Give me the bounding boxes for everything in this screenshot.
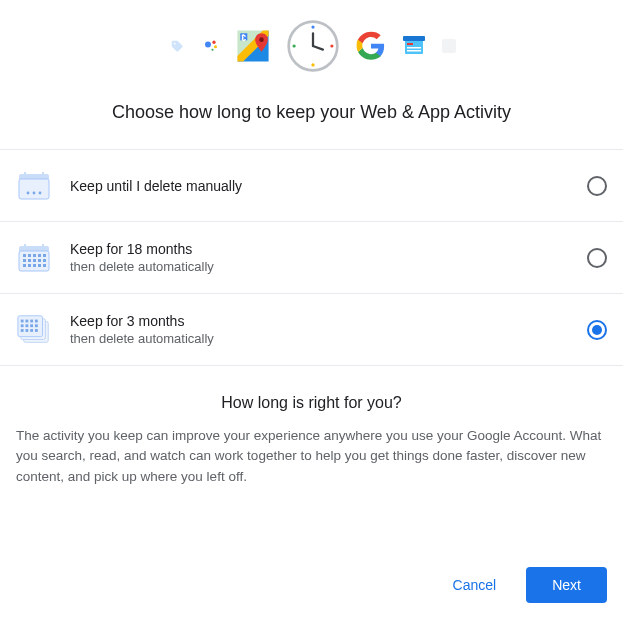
- assistant-icon: [202, 37, 220, 55]
- svg-point-24: [27, 191, 30, 194]
- svg-point-2: [212, 41, 215, 44]
- svg-rect-35: [33, 259, 36, 262]
- svg-rect-39: [28, 264, 31, 267]
- svg-rect-32: [43, 254, 46, 257]
- svg-rect-55: [25, 329, 28, 332]
- options-list: Keep until I delete manually Keep for 18…: [0, 149, 623, 366]
- news-icon: [402, 35, 426, 57]
- maps-icon: [236, 29, 270, 63]
- svg-point-14: [311, 63, 314, 66]
- option-keep-3-months[interactable]: Keep for 3 months then delete automatica…: [0, 294, 623, 366]
- svg-point-25: [33, 191, 36, 194]
- svg-rect-49: [35, 319, 38, 322]
- svg-rect-20: [407, 43, 413, 45]
- option-label: Keep until I delete manually: [70, 178, 587, 194]
- radio-unselected-icon[interactable]: [587, 176, 607, 196]
- svg-point-12: [311, 25, 314, 28]
- svg-rect-21: [407, 47, 421, 49]
- cancel-button[interactable]: Cancel: [441, 567, 509, 603]
- svg-point-26: [39, 191, 42, 194]
- svg-point-4: [211, 49, 213, 51]
- svg-point-0: [173, 43, 175, 45]
- svg-rect-34: [28, 259, 31, 262]
- svg-rect-51: [25, 324, 28, 327]
- svg-rect-22: [407, 50, 421, 52]
- svg-rect-18: [405, 39, 423, 54]
- option-keep-18-months[interactable]: Keep for 18 months then delete automatic…: [0, 222, 623, 294]
- svg-rect-29: [28, 254, 31, 257]
- svg-rect-52: [30, 324, 33, 327]
- calendar-stack-icon: [16, 314, 52, 346]
- google-g-icon: [356, 31, 386, 61]
- svg-rect-53: [35, 324, 38, 327]
- svg-rect-40: [33, 264, 36, 267]
- svg-rect-30: [33, 254, 36, 257]
- header-icon-row: [0, 0, 623, 80]
- svg-rect-50: [21, 324, 24, 327]
- option-sub: then delete automatically: [70, 331, 587, 346]
- svg-rect-37: [43, 259, 46, 262]
- svg-point-15: [292, 44, 295, 47]
- svg-rect-54: [21, 329, 24, 332]
- option-keep-manual[interactable]: Keep until I delete manually: [0, 150, 623, 222]
- page-title: Choose how long to keep your Web & App A…: [0, 102, 623, 123]
- svg-rect-42: [43, 264, 46, 267]
- info-section: How long is right for you? The activity …: [0, 366, 623, 507]
- svg-rect-47: [25, 319, 28, 322]
- tag-icon: [168, 37, 186, 55]
- svg-rect-31: [38, 254, 41, 257]
- svg-rect-57: [35, 329, 38, 332]
- next-button[interactable]: Next: [526, 567, 607, 603]
- svg-rect-48: [30, 319, 33, 322]
- svg-rect-28: [23, 254, 26, 257]
- calendar-grid-icon: [16, 242, 52, 274]
- calendar-single-icon: [16, 170, 52, 202]
- svg-point-10: [259, 37, 264, 42]
- svg-point-13: [330, 44, 333, 47]
- svg-point-1: [205, 42, 211, 48]
- svg-rect-36: [38, 259, 41, 262]
- radio-unselected-icon[interactable]: [587, 248, 607, 268]
- svg-rect-23: [19, 179, 49, 199]
- option-label: Keep for 3 months: [70, 313, 587, 329]
- footer-actions: Cancel Next: [0, 507, 623, 623]
- info-title: How long is right for you?: [16, 394, 607, 412]
- radio-selected-icon[interactable]: [587, 320, 607, 340]
- svg-point-3: [214, 45, 217, 48]
- option-sub: then delete automatically: [70, 259, 587, 274]
- svg-rect-56: [30, 329, 33, 332]
- svg-rect-33: [23, 259, 26, 262]
- option-label: Keep for 18 months: [70, 241, 587, 257]
- info-body: The activity you keep can improve your e…: [16, 426, 607, 487]
- svg-rect-41: [38, 264, 41, 267]
- svg-rect-38: [23, 264, 26, 267]
- svg-rect-19: [403, 36, 425, 41]
- decorative-square: [442, 39, 456, 53]
- svg-rect-46: [21, 319, 24, 322]
- clock-icon: [286, 19, 340, 73]
